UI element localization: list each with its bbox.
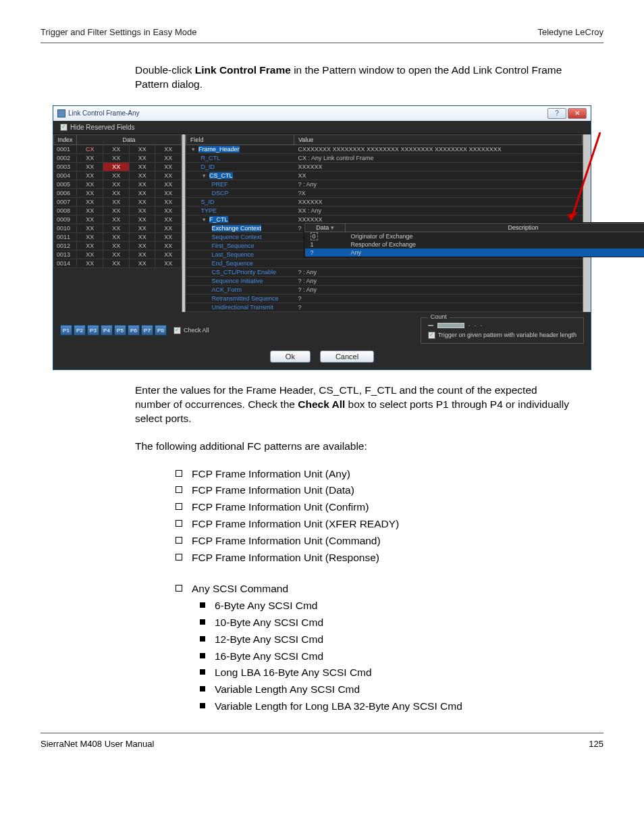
dd-desc[interactable]: Originator of Exchange (346, 232, 645, 240)
field-name[interactable]: CS_CTL/Priority Enable (212, 269, 277, 276)
data-cell[interactable]: XX (129, 206, 155, 215)
field-value[interactable]: ?X (294, 188, 583, 197)
field-value[interactable]: XXXXXX (294, 197, 583, 206)
port-p4[interactable]: P4 (101, 325, 113, 336)
field-value[interactable]: XX : Any (294, 206, 583, 215)
data-cell[interactable]: XX (77, 171, 103, 180)
value-dropdown[interactable]: Data ▾ Description 0Originator of Exchan… (304, 222, 644, 257)
data-cell[interactable]: XX (103, 188, 130, 197)
data-cell[interactable]: XX (129, 162, 155, 171)
field-name[interactable]: ACK_Form (212, 286, 242, 293)
dd-data[interactable]: 0 (305, 232, 346, 240)
count-minus-icon[interactable] (428, 325, 433, 326)
data-cell[interactable]: XX (155, 153, 182, 162)
check-all-checkbox[interactable]: ✓ (173, 327, 181, 334)
port-p6[interactable]: P6 (128, 325, 140, 336)
port-p2[interactable]: P2 (74, 325, 86, 336)
field-value[interactable]: ? : Any (294, 285, 583, 294)
close-button[interactable]: ✕ (568, 108, 587, 119)
data-cell[interactable]: XX (155, 145, 182, 153)
data-cell[interactable]: XX (155, 180, 182, 188)
data-cell[interactable]: XX (129, 188, 155, 197)
data-cell[interactable]: XX (129, 171, 155, 180)
help-button[interactable]: ? (547, 108, 566, 119)
data-cell[interactable]: XX (155, 215, 182, 224)
field-name[interactable]: DSCP (212, 190, 229, 197)
data-cell[interactable]: XX (155, 241, 182, 250)
data-cell[interactable]: XX (103, 232, 130, 241)
field-value[interactable]: ? : Any (294, 276, 583, 285)
field-name[interactable]: D_ID (201, 163, 215, 170)
field-name[interactable]: CS_CTL (209, 172, 233, 179)
data-cell[interactable]: XX (129, 224, 155, 232)
field-value[interactable]: ? (294, 294, 583, 303)
data-cell[interactable]: CX (77, 145, 103, 153)
field-name[interactable]: S_ID (201, 199, 215, 205)
field-value[interactable]: CX : Any Link control Frame (294, 153, 583, 162)
field-name[interactable]: Retransmitted Sequence (212, 295, 279, 302)
port-p1[interactable]: P1 (60, 325, 72, 336)
port-p3[interactable]: P3 (87, 325, 99, 336)
dd-desc[interactable]: Responder of Exchange (346, 240, 645, 249)
data-cell[interactable]: XX (103, 180, 130, 188)
data-cell[interactable]: XX (129, 215, 155, 224)
data-cell[interactable]: XX (129, 180, 155, 188)
field-name[interactable]: Sequence Context (212, 234, 262, 240)
field-name[interactable]: Exchange Context (212, 225, 262, 232)
data-cell[interactable]: XX (77, 241, 103, 250)
data-cell[interactable]: XX (103, 197, 130, 206)
data-cell[interactable]: XX (103, 153, 130, 162)
data-cell[interactable]: XX (103, 241, 130, 250)
data-cell[interactable]: XX (77, 232, 103, 241)
dd-data[interactable]: 1 (305, 240, 346, 249)
data-cell[interactable]: XX (103, 162, 130, 171)
field-value[interactable]: ? (294, 303, 583, 311)
field-name[interactable]: First_Sequence (212, 242, 254, 249)
data-cell[interactable]: XX (77, 215, 103, 224)
data-cell[interactable]: XX (155, 250, 182, 259)
data-cell[interactable]: XX (77, 259, 103, 267)
trigger-variable-checkbox[interactable]: ✓ (428, 332, 435, 339)
data-cell[interactable]: XX (103, 206, 130, 215)
data-cell[interactable]: XX (77, 188, 103, 197)
expand-icon[interactable]: ▾ (201, 216, 208, 223)
field-value[interactable]: XX (294, 171, 583, 180)
data-cell[interactable]: XX (155, 188, 182, 197)
data-cell[interactable]: XX (155, 171, 182, 180)
field-name[interactable]: TYPE (201, 207, 217, 214)
count-bar[interactable] (437, 323, 464, 328)
data-cell[interactable]: XX (77, 153, 103, 162)
data-cell[interactable]: XX (77, 206, 103, 215)
expand-icon[interactable]: ▾ (201, 172, 208, 179)
field-value[interactable]: XXXXXX (294, 162, 583, 171)
data-cell[interactable]: XX (77, 250, 103, 259)
data-cell[interactable]: XX (155, 206, 182, 215)
data-cell[interactable]: XX (155, 259, 182, 267)
data-cell[interactable]: XX (103, 224, 130, 232)
data-cell[interactable]: XX (77, 224, 103, 232)
data-cell[interactable]: XX (103, 259, 130, 267)
field-name[interactable]: Sequence Initiative (212, 278, 263, 284)
data-cell[interactable]: XX (129, 241, 155, 250)
expand-icon[interactable]: ▾ (190, 146, 197, 153)
field-name[interactable]: R_CTL (201, 155, 221, 161)
port-p5[interactable]: P5 (114, 325, 126, 336)
data-cell[interactable]: XX (155, 232, 182, 241)
cancel-button[interactable]: Cancel (320, 350, 374, 363)
data-cell[interactable]: XX (129, 145, 155, 153)
data-cell[interactable]: XX (129, 259, 155, 267)
field-name[interactable]: PREF (212, 181, 228, 188)
field-name[interactable]: End_Sequence (212, 260, 254, 267)
data-cell[interactable]: XX (103, 171, 130, 180)
field-value[interactable] (294, 259, 583, 267)
data-cell[interactable]: XX (155, 224, 182, 232)
data-cell[interactable]: XX (77, 162, 103, 171)
field-name[interactable]: Last_Sequence (212, 251, 254, 258)
data-cell[interactable]: XX (129, 153, 155, 162)
port-p7[interactable]: P7 (141, 325, 153, 336)
field-value[interactable]: CXXXXXXX XXXXXXXX XXXXXXXX XXXXXXXX XXXX… (294, 145, 583, 153)
data-cell[interactable]: XX (155, 197, 182, 206)
data-cell[interactable]: XX (103, 250, 130, 259)
port-p8[interactable]: P8 (155, 325, 167, 336)
data-cell[interactable]: XX (103, 145, 130, 153)
